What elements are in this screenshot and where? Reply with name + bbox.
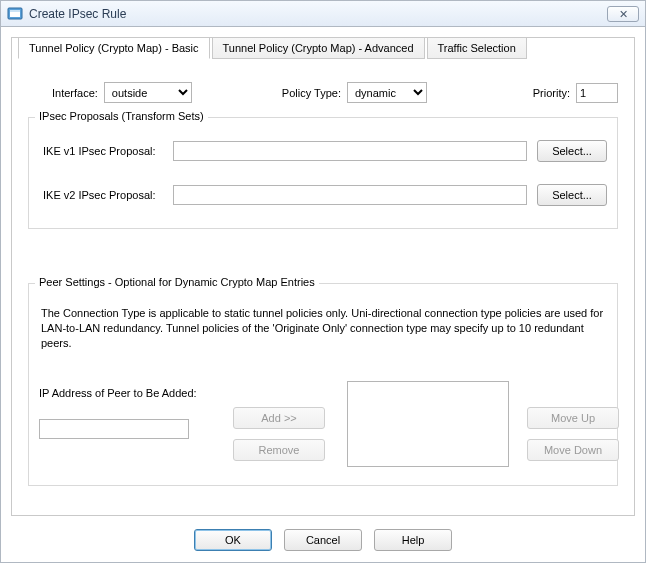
cancel-button[interactable]: Cancel [284,529,362,551]
title-bar: Create IPsec Rule ✕ [1,1,645,27]
peer-ip-label: IP Address of Peer to Be Added: [39,387,219,399]
priority-label: Priority: [533,87,570,99]
peer-ip-input[interactable] [39,419,189,439]
window-title: Create IPsec Rule [29,7,126,21]
policy-type-select[interactable]: dynamic [347,82,427,103]
help-button[interactable]: Help [374,529,452,551]
move-up-button[interactable]: Move Up [527,407,619,429]
remove-peer-button[interactable]: Remove [233,439,325,461]
peer-description: The Connection Type is applicable to sta… [41,306,605,351]
dialog-window: Create IPsec Rule ✕ Tunnel Policy (Crypt… [0,0,646,563]
ike-v2-label: IKE v2 IPsec Proposal: [39,189,163,201]
group-proposals: IPsec Proposals (Transform Sets) IKE v1 … [28,117,618,229]
interface-select[interactable]: outside [104,82,192,103]
app-icon [7,6,23,22]
ike-v2-select-button[interactable]: Select... [537,184,607,206]
close-button[interactable]: ✕ [607,6,639,22]
dialog-button-row: OK Cancel Help [1,526,645,554]
policy-type-label: Policy Type: [282,87,341,99]
tabpage-basic: Interface: outside Policy Type: dynamic … [12,60,634,515]
peer-legend: Peer Settings - Optional for Dynamic Cry… [35,276,319,288]
svg-rect-1 [10,12,20,17]
svg-rect-2 [10,10,20,12]
add-peer-button[interactable]: Add >> [233,407,325,429]
interface-label: Interface: [52,87,98,99]
move-down-button[interactable]: Move Down [527,439,619,461]
group-peer-settings: Peer Settings - Optional for Dynamic Cry… [28,283,618,486]
priority-input[interactable] [576,83,618,103]
ike-v1-label: IKE v1 IPsec Proposal: [39,145,163,157]
ok-button[interactable]: OK [194,529,272,551]
top-fields-row: Interface: outside Policy Type: dynamic … [28,82,618,103]
tab-basic[interactable]: Tunnel Policy (Crypto Map) - Basic [18,37,210,59]
dialog-client-area: Tunnel Policy (Crypto Map) - Basic Tunne… [11,37,635,516]
peer-listbox[interactable] [347,381,509,467]
ike-v1-select-button[interactable]: Select... [537,140,607,162]
tab-advanced[interactable]: Tunnel Policy (Crypto Map) - Advanced [212,37,425,59]
close-icon: ✕ [619,8,628,21]
tab-strip: Tunnel Policy (Crypto Map) - Basic Tunne… [18,37,527,59]
peer-edit-area: IP Address of Peer to Be Added: Add >> R… [39,387,607,467]
ike-v1-proposal-input[interactable] [173,141,527,161]
ike-v2-proposal-input[interactable] [173,185,527,205]
proposals-legend: IPsec Proposals (Transform Sets) [35,110,208,122]
tab-traffic-selection[interactable]: Traffic Selection [427,37,527,59]
